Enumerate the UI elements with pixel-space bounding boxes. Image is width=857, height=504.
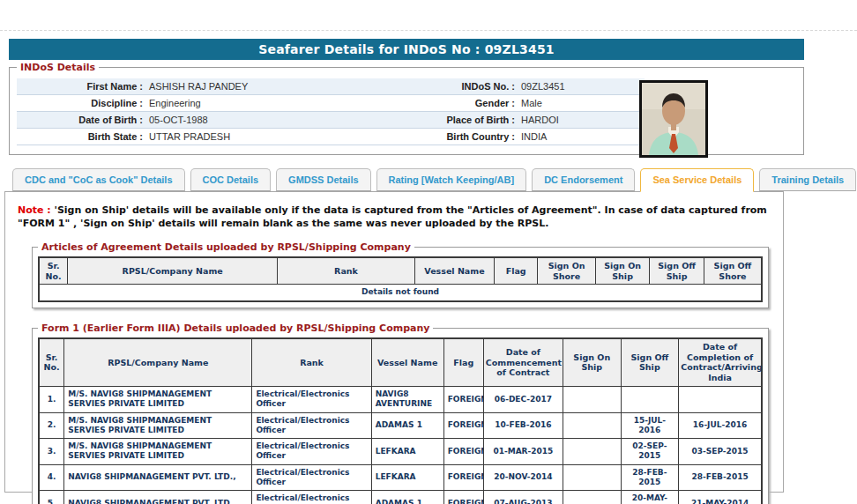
cell-company: M/S. NAVIG8 SHIPMANAGEMENT SERVIES PRIVA… (64, 387, 252, 413)
cell-sign-off-ship: 15-JUL-2016 (621, 412, 679, 439)
place-of-birth-label: Place of Birth : (405, 115, 519, 125)
details-not-found: Details not found (39, 285, 762, 301)
tab-rating-watch-keeping-ab[interactable]: Rating [Watch Keeping/AB] (376, 168, 527, 191)
cell-sign-on-ship (563, 439, 621, 465)
articles-header-row: Sr. No. RPSL/Company Name Rank Vessel Na… (39, 257, 762, 285)
birth-country-label: Birth Country : (405, 131, 519, 142)
cell-sign-off-ship: 02-SEP-2015 (621, 439, 679, 465)
cell-company: NAVIG8 SHIPMANAGEMENT PVT. LTD., (64, 491, 252, 504)
tab-sea-service-details[interactable]: Sea Service Details (640, 168, 754, 192)
indos-no-value: 09ZL3451 (519, 81, 634, 92)
cell-rank: Electrical/Electronics Officer (252, 387, 371, 413)
cell-completion: 28-FEB-2015 (679, 464, 762, 491)
cell-company: M/S. NAVIG8 SHIPMANAGEMENT SERVIES PRIVA… (64, 412, 252, 439)
discipline-value: Engineering (147, 98, 405, 108)
page-title: Seafarer Details for INDoS No : 09ZL3451 (9, 39, 804, 60)
cell-sign-on-ship (563, 412, 621, 439)
cell-sign-on-ship (563, 387, 621, 413)
cell-vessel: ADAMAS 1 (371, 412, 443, 439)
col-rank: Rank (252, 338, 371, 387)
articles-legend: Articles of Agreement Details uploaded b… (38, 241, 414, 253)
col-sign-off-shore: Sign Off Shore (704, 257, 762, 285)
form1-row: 1. M/S. NAVIG8 SHIPMANAGEMENT SERVIES PR… (39, 387, 762, 413)
cell-company: NAVIG8 SHIPMANAGEMENT PVT. LTD., (64, 464, 252, 491)
note-text: Note : 'Sign on Ship' details will be av… (18, 204, 771, 231)
cell-vessel: LEFKARA (371, 464, 443, 491)
form1-table: Sr. No. RPSL/Company Name Rank Vessel Na… (38, 337, 763, 504)
cell-completion (679, 387, 762, 413)
col-company: RPSL/Company Name (64, 338, 252, 387)
cell-commencement: 06-DEC-2017 (483, 387, 563, 413)
col-sign-off-ship: Sign Off Ship (650, 257, 704, 285)
cell-sign-off-ship: 28-FEB-2015 (621, 464, 679, 491)
cell-sign-on-ship (563, 464, 621, 491)
cell-vessel: ADAMAS 1 (371, 491, 443, 504)
cell-commencement: 07-AUG-2013 (483, 491, 563, 504)
cell-vessel: NAVIG8 AVENTURINE (371, 387, 443, 413)
col-sign-on-ship: Sign On Ship (563, 338, 621, 387)
cell-vessel: LEFKARA (371, 439, 443, 465)
first-name-value: ASHISH RAJ PANDEY (147, 81, 405, 92)
indos-details-table: First Name : ASHISH RAJ PANDEY INDoS No.… (17, 78, 645, 145)
cell-sign-on-ship (563, 491, 621, 504)
indos-row: First Name : ASHISH RAJ PANDEY INDoS No.… (17, 78, 645, 95)
indos-details-legend: INDoS Details (17, 62, 99, 73)
cell-flag: FOREIGN (443, 439, 483, 465)
articles-of-agreement-fieldset: Articles of Agreement Details uploaded b… (32, 241, 769, 308)
col-rank: Rank (278, 257, 415, 285)
cell-sr: 4. (39, 464, 64, 491)
form1-fieldset: Form 1 (Earlier Form IIIA) Details uploa… (32, 322, 769, 504)
tab-coc-details[interactable]: COC Details (190, 168, 272, 191)
col-vessel: Vessel Name (414, 257, 494, 285)
cell-completion: 03-SEP-2015 (679, 439, 762, 465)
form1-row: 5. NAVIG8 SHIPMANAGEMENT PVT. LTD., Elec… (39, 491, 762, 504)
tab-dc-endorsement[interactable]: DC Endorsement (532, 168, 635, 191)
tab-bar: CDC and "CoC as Cook" Details COC Detail… (12, 168, 857, 191)
tab-gmdss-details[interactable]: GMDSS Details (276, 168, 370, 191)
cell-sign-off-ship: 20-MAY-2014 (621, 491, 679, 504)
form1-row: 2. M/S. NAVIG8 SHIPMANAGEMENT SERVIES PR… (39, 412, 762, 439)
cell-flag: FOREIGN (443, 491, 483, 504)
indos-row: Date of Birth : 05-OCT-1988 Place of Bir… (17, 112, 645, 129)
cell-rank: Electrical/Electronics Officer (252, 412, 371, 439)
sea-service-tab-panel: Note : 'Sign on Ship' details will be av… (4, 191, 784, 493)
note-body: 'Sign on Ship' details will be available… (18, 204, 767, 229)
birth-state-value: UTTAR PRADESH (147, 131, 405, 142)
cell-flag: FOREIGN (443, 464, 483, 491)
tab-training-details[interactable]: Training Details (759, 168, 856, 191)
top-divider (0, 30, 857, 31)
form1-legend: Form 1 (Earlier Form IIIA) Details uploa… (38, 322, 433, 334)
note-prefix: Note : (18, 204, 51, 216)
first-name-label: First Name : (17, 81, 147, 92)
discipline-label: Discipline : (17, 98, 147, 108)
col-company: RPSL/Company Name (68, 257, 278, 285)
date-of-birth-label: Date of Birth : (17, 115, 147, 125)
indos-no-label: INDoS No. : (405, 81, 519, 92)
indos-row: Birth State : UTTAR PRADESH Birth Countr… (17, 129, 645, 145)
col-completion: Date of Completion of Contract/Arriving … (679, 338, 762, 387)
date-of-birth-value: 05-OCT-1988 (147, 115, 405, 125)
col-flag: Flag (443, 338, 483, 387)
birth-country-value: INDIA (519, 131, 634, 142)
form1-row: 3. M/S. NAVIG8 SHIPMANAGEMENT SERVIES PR… (39, 439, 762, 465)
col-sign-on-ship: Sign On Ship (595, 257, 650, 285)
cell-commencement: 01-MAR-2015 (483, 439, 563, 465)
indos-details-fieldset: INDoS Details First Name : ASHISH RAJ PA… (9, 62, 804, 155)
cell-flag: FOREIGN (443, 412, 483, 439)
cell-flag: FOREIGN (443, 387, 483, 413)
tab-cdc-coc-as-cook-details[interactable]: CDC and "CoC as Cook" Details (12, 168, 185, 191)
col-flag: Flag (495, 257, 538, 285)
seafarer-photo (639, 80, 708, 158)
col-commencement: Date of Commencement of Contract (483, 338, 563, 387)
col-sign-off-ship: Sign Off Ship (621, 338, 679, 387)
cell-sr: 5. (39, 491, 64, 504)
cell-sr: 3. (39, 439, 64, 465)
birth-state-label: Birth State : (17, 131, 147, 142)
gender-label: Gender : (405, 98, 519, 108)
gender-value: Male (519, 98, 634, 108)
form1-header-row: Sr. No. RPSL/Company Name Rank Vessel Na… (39, 338, 762, 387)
cell-rank: Electrical/Electronics Officer (252, 439, 371, 465)
cell-rank: Electrical/Electronics Officer (252, 464, 371, 491)
col-sr-no: Sr. No. (39, 257, 68, 285)
place-of-birth-value: HARDOI (519, 115, 634, 125)
